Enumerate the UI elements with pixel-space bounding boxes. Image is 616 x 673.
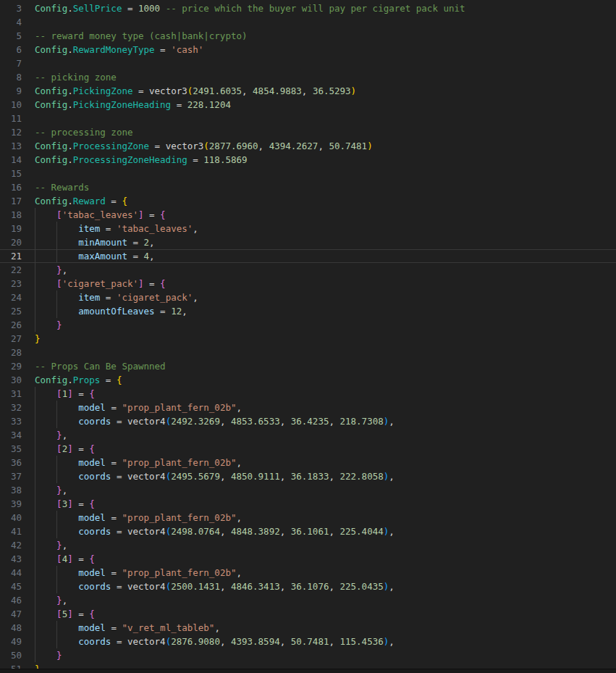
code-line[interactable]: 49 coords = vector4(2876.9080, 4393.8594… [0, 635, 616, 648]
line-number[interactable]: 34 [0, 428, 22, 442]
code-text: coords = vector4(2492.3269, 4853.6533, 3… [35, 414, 616, 428]
line-number[interactable]: 31 [0, 387, 22, 401]
line-number[interactable]: 28 [0, 346, 22, 359]
line-number[interactable]: 7 [0, 57, 22, 70]
code-line[interactable]: 14Config.ProcessingZoneHeading = 118.586… [0, 153, 616, 167]
code-line[interactable]: 28 [0, 346, 616, 359]
line-number[interactable]: 11 [0, 112, 22, 125]
code-line[interactable]: 34 }, [0, 428, 616, 442]
code-line[interactable]: 32 model = "prop_plant_fern_02b", [0, 401, 616, 414]
code-line[interactable]: 19 item = 'tabac_leaves', [0, 222, 616, 235]
code-line[interactable]: 47 [5] = { [0, 607, 616, 621]
line-number[interactable]: 25 [0, 304, 22, 318]
code-line[interactable]: 16-- Rewards [0, 180, 616, 194]
code-line[interactable]: 30Config.Props = { [0, 373, 616, 387]
line-number[interactable]: 46 [0, 593, 22, 607]
code-line[interactable]: 26 } [0, 318, 616, 332]
code-line[interactable]: 6Config.RewardMoneyType = 'cash' [0, 43, 616, 57]
line-number[interactable]: 10 [0, 98, 22, 112]
code-line[interactable]: 50 } [0, 648, 616, 662]
line-number[interactable]: 3 [0, 1, 22, 15]
code-line[interactable]: 31 [1] = { [0, 387, 616, 401]
line-number[interactable]: 9 [0, 84, 22, 98]
code-line[interactable]: 24 item = 'cigaret_pack', [0, 290, 616, 304]
line-number[interactable]: 17 [0, 194, 22, 208]
code-line[interactable]: 48 model = "v_ret_ml_tableb", [0, 621, 616, 635]
line-number[interactable]: 15 [0, 167, 22, 180]
line-number[interactable]: 33 [0, 414, 22, 428]
line-number[interactable]: 45 [0, 580, 22, 593]
code-line[interactable]: 45 coords = vector4(2500.1431, 4846.3413… [0, 580, 616, 593]
line-number[interactable]: 42 [0, 538, 22, 552]
code-line[interactable]: 22 }, [0, 263, 616, 277]
line-number[interactable]: 21 [0, 249, 22, 263]
line-number[interactable]: 44 [0, 566, 22, 580]
line-number[interactable]: 29 [0, 359, 22, 373]
line-number[interactable]: 47 [0, 607, 22, 621]
code-line[interactable]: 9Config.PickingZone = vector3(2491.6035,… [0, 84, 616, 98]
line-number[interactable]: 27 [0, 332, 22, 346]
code-line[interactable]: 33 coords = vector4(2492.3269, 4853.6533… [0, 414, 616, 428]
code-line[interactable]: 38 }, [0, 483, 616, 497]
code-line[interactable]: 40 model = "prop_plant_fern_02b", [0, 511, 616, 524]
code-line[interactable]: 20 minAmount = 2, [0, 235, 616, 249]
line-number[interactable]: 50 [0, 648, 22, 662]
line-number[interactable]: 12 [0, 125, 22, 139]
code-line[interactable]: 41 coords = vector4(2498.0764, 4848.3892… [0, 524, 616, 538]
code-line[interactable]: 23 ['cigaret_pack'] = { [0, 277, 616, 290]
code-line[interactable]: 35 [2] = { [0, 442, 616, 456]
code-line[interactable]: 37 coords = vector4(2495.5679, 4850.9111… [0, 469, 616, 483]
line-number[interactable]: 26 [0, 318, 22, 332]
code-line[interactable]: 43 [4] = { [0, 552, 616, 566]
line-number[interactable]: 22 [0, 263, 22, 277]
code-text: coords = vector4(2876.9080, 4393.8594, 5… [35, 635, 616, 648]
line-number[interactable]: 14 [0, 153, 22, 167]
line-number[interactable]: 6 [0, 43, 22, 57]
code-line[interactable]: 8-- picking zone [0, 70, 616, 84]
line-number[interactable]: 48 [0, 621, 22, 635]
code-line[interactable]: 7 [0, 57, 616, 70]
code-line[interactable]: 42 }, [0, 538, 616, 552]
code-line[interactable]: 39 [3] = { [0, 497, 616, 511]
line-number[interactable]: 36 [0, 456, 22, 469]
line-number[interactable]: 24 [0, 290, 22, 304]
line-number[interactable]: 40 [0, 511, 22, 524]
line-number[interactable]: 37 [0, 469, 22, 483]
line-number[interactable]: 43 [0, 552, 22, 566]
code-line[interactable]: 11 [0, 112, 616, 125]
code-line-current[interactable]: 21 maxAmount = 4, [0, 249, 616, 263]
line-number[interactable]: 20 [0, 235, 22, 249]
code-line[interactable]: 10Config.PickingZoneHeading = 228.1204 [0, 98, 616, 112]
code-line[interactable]: 25 amountOfLeaves = 12, [0, 304, 616, 318]
line-number[interactable]: 49 [0, 635, 22, 648]
line-number[interactable]: 32 [0, 401, 22, 414]
line-number[interactable]: 41 [0, 524, 22, 538]
line-number[interactable]: 5 [0, 29, 22, 43]
line-number[interactable]: 4 [0, 15, 22, 29]
code-line[interactable]: 12-- processing zone [0, 125, 616, 139]
token-punct: , [149, 251, 155, 262]
code-line[interactable]: 46 }, [0, 593, 616, 607]
code-editor[interactable]: 3Config.SellPrice = 1000 -- price which … [0, 0, 616, 673]
code-line[interactable]: 27} [0, 332, 616, 346]
line-number[interactable]: 13 [0, 139, 22, 153]
code-line[interactable]: 17Config.Reward = { [0, 194, 616, 208]
line-number[interactable]: 8 [0, 70, 22, 84]
line-number[interactable]: 38 [0, 483, 22, 497]
code-line[interactable]: 5-- reward money type (cash|bank|crypto) [0, 29, 616, 43]
line-number[interactable]: 16 [0, 180, 22, 194]
code-line[interactable]: 4 [0, 15, 616, 29]
line-number[interactable]: 30 [0, 373, 22, 387]
code-line[interactable]: 36 model = "prop_plant_fern_02b", [0, 456, 616, 469]
code-line[interactable]: 13Config.ProcessingZone = vector3(2877.6… [0, 139, 616, 153]
line-number[interactable]: 18 [0, 208, 22, 222]
line-number[interactable]: 39 [0, 497, 22, 511]
line-number[interactable]: 23 [0, 277, 22, 290]
code-line[interactable]: 18 ['tabac_leaves'] = { [0, 208, 616, 222]
code-line[interactable]: 3Config.SellPrice = 1000 -- price which … [0, 1, 616, 15]
line-number[interactable]: 19 [0, 222, 22, 235]
code-line[interactable]: 29-- Props Can Be Spawnned [0, 359, 616, 373]
code-line[interactable]: 44 model = "prop_plant_fern_02b", [0, 566, 616, 580]
code-line[interactable]: 15 [0, 167, 616, 180]
line-number[interactable]: 35 [0, 442, 22, 456]
